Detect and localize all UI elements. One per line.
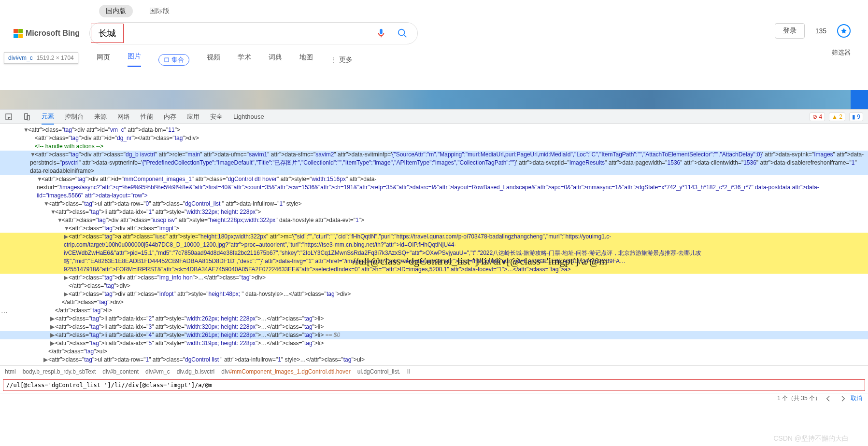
devtools-panel: 元素 控制台 来源 网络 性能 内存 应用 安全 Lighthouse 4 2 … [0, 109, 868, 404]
nav-dict[interactable]: 词典 [269, 53, 282, 67]
region-tab-international[interactable]: 国际版 [142, 5, 176, 17]
next-icon[interactable] [838, 395, 846, 403]
crumb-body[interactable]: body.b_respl.b_rdy.b_sbText [23, 368, 96, 375]
xpath-overlay-text: //ul[@class='dgControl_list ']/li//div[@… [353, 255, 607, 267]
microsoft-icon [14, 29, 23, 38]
nav-more[interactable]: 更多 [330, 56, 353, 64]
xpath-search-bar[interactable] [3, 379, 865, 391]
highlight-box [91, 24, 124, 43]
nav-scholar[interactable]: 学术 [238, 53, 251, 67]
tab-network[interactable]: 网络 [117, 112, 130, 121]
crumb-dgb[interactable]: div.dg_b.isvctrl [177, 368, 214, 375]
image-results-strip[interactable] [0, 90, 868, 109]
logo[interactable]: Microsoft Bing [14, 29, 80, 38]
search-icon[interactable] [397, 28, 408, 39]
tab-elements[interactable]: 元素 [42, 112, 54, 125]
region-tab-domestic[interactable]: 国内版 [99, 5, 133, 17]
tab-lighthouse[interactable]: Lighthouse [233, 113, 264, 120]
breadcrumb[interactable]: html body.b_respl.b_rdy.b_sbText div#b_c… [0, 365, 868, 377]
crumb-vmc[interactable]: div#vm_c [145, 368, 170, 375]
search-input[interactable] [90, 28, 360, 39]
svg-point-0 [398, 29, 405, 36]
nav-web[interactable]: 网页 [97, 53, 110, 67]
cancel-button[interactable]: 取消 [851, 394, 862, 403]
match-count: 1 个（共 35 个） [777, 394, 821, 403]
device-icon[interactable] [23, 113, 31, 121]
mic-icon[interactable] [376, 28, 386, 39]
info-badge[interactable]: 9 [849, 112, 863, 121]
rewards-count: 135 [815, 27, 826, 35]
xpath-input[interactable] [3, 380, 865, 390]
warning-badge[interactable]: 2 [829, 112, 845, 121]
tab-application[interactable]: 应用 [187, 112, 199, 121]
svg-rect-2 [165, 58, 169, 62]
crumb-ul[interactable]: ul.dgControl_list. [357, 368, 400, 375]
prev-icon[interactable] [825, 395, 833, 403]
nav-collect[interactable]: 集合 [158, 54, 189, 66]
inspect-icon[interactable] [5, 113, 13, 121]
nav-map[interactable]: 地图 [299, 53, 313, 67]
tab-performance[interactable]: 性能 [141, 112, 153, 121]
login-button[interactable]: 登录 [775, 23, 805, 39]
rewards-icon[interactable] [837, 24, 851, 38]
crumb-content[interactable]: div#b_content [102, 368, 139, 375]
tab-security[interactable]: 安全 [210, 112, 223, 121]
tab-console[interactable]: 控制台 [65, 112, 84, 121]
tab-memory[interactable]: 内存 [164, 112, 176, 121]
ellipsis-icon[interactable]: ⋯ [1, 309, 8, 317]
crumb-html[interactable]: html [5, 368, 16, 375]
element-tooltip: div#vm_c 1519.2 × 1704 [4, 52, 78, 64]
error-badge[interactable]: 4 [810, 112, 825, 121]
search-box[interactable] [89, 22, 418, 44]
crumb-mm[interactable]: div#mmComponent_images_1.dgControl.dtl.h… [221, 368, 350, 375]
filter-label[interactable]: 筛选器 [832, 48, 851, 57]
crumb-li[interactable]: li [407, 368, 410, 375]
nav-images[interactable]: 图片 [128, 52, 141, 67]
tab-sources[interactable]: 来源 [94, 112, 107, 121]
elements-tree[interactable]: ▼<attr">class="tag">div attr">id="vm_c" … [0, 124, 868, 365]
svg-line-1 [404, 35, 407, 38]
nav-video[interactable]: 视频 [207, 53, 220, 67]
